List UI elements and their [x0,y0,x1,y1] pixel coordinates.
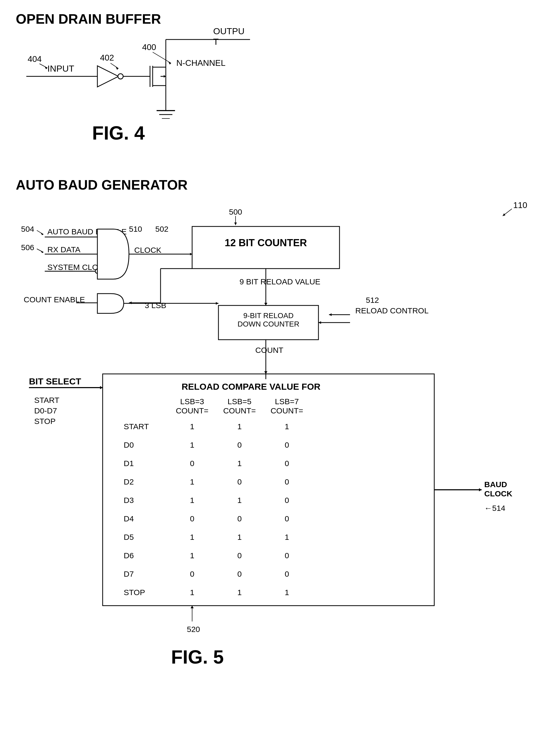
row-d3-lsb5: 1 [237,496,242,505]
ref404: 404 [28,54,41,64]
svg-line-26 [37,230,43,234]
row-start-bit: START [124,422,149,431]
ref512: 512 [366,296,379,304]
output-label: OUTPU [213,26,245,36]
row-d7-lsb7: 0 [285,569,289,578]
3lsb-label: 3 LSB [145,301,166,310]
row-stop-lsb5: 1 [237,588,242,597]
count-enable-label: COUNT ENABLE [24,295,85,304]
row-d3-lsb3: 1 [190,496,194,505]
col-lsb7-header: LSB=7 [275,397,299,406]
nchannel-label: N-CHANNEL [176,58,226,68]
row-d7-bit: D7 [124,569,134,578]
row-d1-lsb5: 1 [237,459,242,468]
reload-compare-table-box [103,374,434,606]
row-d5-bit: D5 [124,533,134,542]
bit-select-label: BIT SELECT [29,376,81,386]
row-d0-bit: D0 [124,441,134,449]
fig4-label: FIG. 4 [92,123,145,143]
fig4-diagram: OPEN DRAIN BUFFER 400 402 404 INPUT [13,8,382,155]
row-d5-lsb7: 1 [285,533,289,542]
ref502: 502 [155,225,169,233]
ref400: 400 [142,42,156,52]
row-d7-lsb5: 0 [237,569,242,578]
baud-clock-label: BAUD [484,480,507,489]
fig5-diagram: AUTO BAUD GENERATOR 110 504 AUTO BAUD EN… [13,174,534,743]
input-label: INPUT [47,63,74,73]
row-d2-lsb5: 0 [237,477,242,486]
start-label-left: START [34,396,59,404]
row-d4-bit: D4 [124,514,134,523]
ref110: 110 [513,201,527,210]
row-d2-lsb3: 1 [190,477,194,486]
clock-label: CLOCK [134,246,161,254]
ref514: ←514 [484,504,505,512]
row-d3-bit: D3 [124,496,134,505]
d0d7-label-left: D0-D7 [34,406,57,415]
reload-counter-label1: 9-BIT RELOAD [243,311,294,320]
stop-label-left: STOP [34,417,55,426]
output-label2: T [213,37,219,46]
svg-line-29 [37,249,43,252]
row-d1-lsb7: 0 [285,459,289,468]
row-start-lsb7: 1 [285,422,289,431]
row-d0-lsb5: 0 [237,441,242,449]
svg-marker-37 [234,222,237,225]
row-d1-bit: D1 [124,459,134,468]
row-d5-lsb5: 1 [237,533,242,542]
reload-value-label: 9 BIT RELOAD VALUE [240,277,320,286]
row-d6-lsb7: 0 [285,551,289,560]
row-stop-lsb7: 1 [285,588,289,597]
ref504: 504 [21,225,34,233]
row-stop-lsb3: 1 [190,588,194,597]
svg-line-2 [111,63,118,68]
ref500: 500 [229,208,242,216]
row-d0-lsb7: 0 [285,441,289,449]
svg-marker-7 [97,66,118,87]
col-lsb7-count-header: COUNT= [270,406,303,415]
row-d4-lsb3: 0 [190,514,194,523]
col-lsb3-header: LSB=3 [180,397,204,406]
row-d4-lsb7: 0 [285,514,289,523]
count-label: COUNT [255,346,283,355]
row-d6-lsb5: 0 [237,551,242,560]
ref520: 520 [187,625,200,633]
baud-clock-label2: CLOCK [484,489,512,498]
row-d6-lsb3: 1 [190,551,194,560]
fig5-title: AUTO BAUD GENERATOR [16,177,188,193]
fig5-label: FIG. 5 [171,646,224,668]
row-d7-lsb3: 0 [190,569,194,578]
svg-line-4 [39,64,47,68]
row-d5-lsb3: 1 [190,533,194,542]
svg-marker-25 [503,213,505,216]
ref402: 402 [100,53,114,62]
row-d3-lsb7: 0 [285,496,289,505]
counter-12bit-label: 12 BIT COUNTER [225,237,307,248]
reload-control-label: RELOAD CONTROL [355,306,428,315]
col-lsb3-count-header: COUNT= [176,406,208,415]
row-d4-lsb5: 0 [237,514,242,523]
svg-line-0 [153,52,171,63]
row-d2-lsb7: 0 [285,477,289,486]
ref506: 506 [21,243,34,252]
page: OPEN DRAIN BUFFER 400 402 404 INPUT [0,0,539,756]
row-start-lsb5: 1 [237,422,242,431]
reload-compare-header: RELOAD COMPARE VALUE FOR [182,381,321,391]
row-start-lsb3: 1 [190,422,194,431]
svg-point-8 [118,74,123,79]
col-lsb5-header: LSB=5 [228,397,252,406]
rx-data-label: RX DATA [47,245,81,254]
svg-marker-58 [479,488,482,491]
ref510: 510 [129,225,142,233]
reload-counter-label2: DOWN COUNTER [238,320,299,328]
row-d0-lsb3: 1 [190,441,194,449]
col-lsb5-count-header: COUNT= [223,406,256,415]
row-d2-bit: D2 [124,477,134,486]
svg-marker-52 [216,302,218,305]
row-stop-bit: STOP [124,588,145,597]
row-d1-lsb3: 0 [190,459,194,468]
row-d6-bit: D6 [124,551,134,560]
svg-marker-41 [329,313,332,316]
fig4-title: OPEN DRAIN BUFFER [16,11,161,27]
